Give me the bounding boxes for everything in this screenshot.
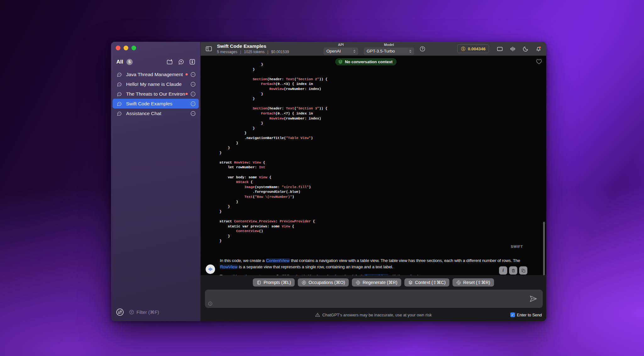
conversation-title: Swift Code Examples — [217, 44, 289, 49]
favorite-heart-icon[interactable] — [536, 58, 542, 65]
enter-to-send-checkbox[interactable]: ✓ — [510, 313, 515, 317]
ellipsis-circle-icon[interactable] — [190, 91, 196, 97]
unread-dot — [186, 93, 188, 95]
code-line: RowView(rowNumber: index) — [219, 87, 327, 92]
model-label: Model — [384, 43, 394, 47]
dark-mode-moon-icon[interactable] — [522, 46, 529, 52]
new-folder-icon[interactable] — [166, 58, 173, 65]
code-line: } — [219, 146, 327, 151]
code-line: } — [219, 67, 327, 72]
inline-link[interactable]: ContentView — [364, 274, 388, 275]
reset-button[interactable]: Reset (⇧⌘R) — [452, 278, 494, 286]
avatar-waveform-icon — [208, 266, 213, 272]
button-label: Prompts (⌘L) — [264, 280, 291, 285]
inline-link[interactable]: ContentView — [266, 258, 290, 263]
code-line: } — [219, 204, 327, 209]
code-line: .foregroundColor(.blue) — [219, 190, 327, 195]
conversation-title: Assistance Chat — [126, 111, 161, 116]
minimize-window-button[interactable] — [124, 46, 128, 50]
code-block: } } Section(header: Text("Section 2")) {… — [219, 62, 327, 244]
assistant-message-paragraph: To run this code, create a new SwiftUI p… — [220, 273, 532, 275]
conversation-title: Hello! My name is Claude — [126, 81, 182, 87]
copy-icon — [521, 268, 526, 273]
sidebar: All 5 Java Thread ManagementHello! My na… — [111, 42, 200, 321]
inline-link[interactable]: RowView — [220, 264, 238, 269]
message-text: To run this code, create a new SwiftUI p… — [220, 274, 364, 275]
waveform-icon[interactable] — [509, 46, 516, 52]
button-label: Regenerate (⌘R) — [363, 280, 397, 285]
toggle-sidebar-icon[interactable] — [205, 45, 213, 52]
info-i-button[interactable]: i — [499, 266, 507, 275]
message-input[interactable] — [205, 290, 543, 308]
close-window-button[interactable] — [116, 46, 120, 50]
warning-icon — [315, 312, 320, 317]
code-line: } — [219, 92, 327, 97]
message-text: is a separate view that represents a sin… — [238, 264, 393, 269]
sidebar-item-hello-my-name-is-claude[interactable]: Hello! My name is Claude — [113, 79, 199, 89]
sidebar-item-assistance-chat[interactable]: Assistance Chat — [113, 108, 199, 118]
code-line: } — [219, 200, 327, 205]
code-language-label: SWIFT — [511, 245, 523, 248]
unread-dot — [186, 73, 188, 76]
chat-bubble-icon — [116, 72, 122, 77]
prompts-button[interactable]: Prompts (⌘L) — [253, 278, 295, 286]
chat-bubble-icon — [116, 81, 122, 87]
new-chat-icon[interactable] — [178, 58, 184, 65]
stepper-chevrons-icon — [408, 49, 413, 54]
code-line: } — [219, 121, 327, 126]
stat-separator: | — [240, 50, 241, 54]
help-icon[interactable] — [419, 46, 425, 52]
ellipsis-circle-icon[interactable] — [190, 111, 196, 116]
message-text: with the code above. — [388, 274, 427, 275]
code-line — [219, 155, 327, 160]
stat-cost: $0.001539 — [271, 50, 289, 54]
model-dropdown[interactable]: GPT-3.5-Turbo — [364, 47, 414, 55]
api-dropdown[interactable]: OpenAI — [324, 47, 358, 55]
context-button[interactable]: Context (⇧⌘C) — [404, 278, 449, 286]
ellipsis-circle-icon[interactable] — [190, 72, 196, 77]
sidebar-item-the-threats-to-our-environ[interactable]: The Threats to Our Environ... — [113, 89, 199, 99]
reset-icon — [456, 280, 461, 285]
code-line — [219, 102, 327, 107]
sidebar-item-java-thread-management[interactable]: Java Thread Management — [113, 70, 199, 79]
ellipsis-circle-icon[interactable] — [190, 81, 196, 87]
sidebar-item-swift-code-examples[interactable]: Swift Code Examples — [113, 99, 199, 108]
toolbar: Swift Code Examples 5 messages | 1025 to… — [201, 42, 546, 56]
stat-separator: | — [267, 50, 268, 54]
trash-button[interactable] — [509, 266, 517, 275]
expand-collapse-icon[interactable] — [189, 58, 196, 65]
person-icon — [302, 280, 306, 285]
conversation-title: The Threats to Our Environ... — [126, 91, 186, 97]
scrollbar-thumb[interactable] — [543, 222, 545, 275]
code-line: Text("Row \(rowNumber)") — [219, 195, 327, 200]
code-line: } — [219, 126, 327, 131]
filter-placeholder: Filter (⌘F) — [136, 309, 159, 315]
occupations-button[interactable]: Occupations (⌘O) — [298, 278, 349, 286]
send-paper-plane-icon[interactable] — [529, 295, 537, 303]
window-mode-icon[interactable] — [497, 46, 503, 52]
code-line: } — [219, 97, 327, 102]
code-line — [219, 170, 327, 175]
assistant-avatar — [206, 264, 215, 274]
filter-icon — [129, 309, 134, 315]
ellipsis-circle-icon[interactable] — [190, 101, 196, 107]
code-line: Image(systemName: "circle.fill") — [219, 185, 327, 190]
api-value: OpenAI — [326, 49, 341, 53]
info-icon[interactable] — [208, 301, 213, 306]
assistant-message-paragraph: In this code, we create a ContentView th… — [220, 258, 532, 270]
button-label: Context (⇧⌘C) — [415, 280, 446, 285]
notifications-bell-icon[interactable] — [535, 46, 542, 52]
code-line: RowView(rowNumber: index) — [219, 116, 327, 121]
conversation-count-badge: 5 — [126, 59, 133, 65]
regenerate-button[interactable]: Regenerate (⌘R) — [352, 278, 401, 286]
sort-conversations-icon[interactable] — [116, 308, 124, 316]
chat-scroll-area[interactable]: No conversation context } } Section(head… — [201, 56, 546, 275]
filter-input[interactable]: Filter (⌘F) — [129, 309, 159, 315]
button-label: Occupations (⌘O) — [308, 280, 345, 285]
context-status-badge: No conversation context — [335, 58, 397, 65]
copy-button[interactable] — [519, 266, 527, 275]
zoom-window-button[interactable] — [131, 46, 136, 50]
session-cost-value: 0.004346 — [468, 47, 486, 51]
enter-to-send-label: Enter to Send — [517, 313, 542, 317]
enter-to-send-control[interactable]: ✓ Enter to Send — [510, 313, 542, 317]
